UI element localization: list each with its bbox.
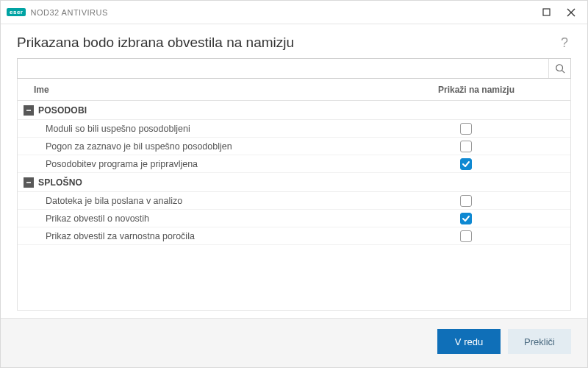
column-name: Ime [18,85,431,95]
item-row: Posodobitev programa je pripravljena [18,155,570,173]
page-title: Prikazana bodo izbrana obvestila na nami… [17,35,558,51]
item-check-cell [431,213,570,224]
group-row: POSODOBI [18,101,570,120]
group-label: SPLOŠNO [38,177,82,188]
item-row: Pogon za zaznavo je bil uspešno posodobl… [18,138,570,155]
item-label: Moduli so bili uspešno posodobljeni [18,124,431,134]
help-icon[interactable]: ? [558,35,571,51]
svg-rect-3 [26,110,31,111]
item-row: Datoteka je bila poslana v analizo [18,192,570,210]
brand: eser NOD32 ANTIVIRUS [7,8,108,17]
desktop-checkbox[interactable] [460,230,472,242]
desktop-checkbox[interactable] [460,195,472,207]
table-body: POSODOBIModuli so bili uspešno posodoblj… [18,101,570,245]
item-check-cell [431,158,570,170]
ok-button[interactable]: V redu [437,329,501,354]
item-label: Posodobitev programa je pripravljena [18,159,431,169]
item-check-cell [431,123,570,135]
search-input[interactable] [18,59,548,78]
desktop-checkbox[interactable] [460,123,472,135]
item-row: Prikaz obvestil o novostih [18,210,570,227]
svg-point-1 [556,65,562,71]
dialog-header: Prikazana bodo izbrana obvestila na nami… [1,24,587,58]
desktop-checkbox[interactable] [460,213,472,224]
table-header: Ime Prikaži na namizju [18,79,570,101]
collapse-icon[interactable] [24,177,34,188]
item-row: Prikaz obvestil za varnostna poročila [18,227,570,245]
search-icon [555,63,565,74]
item-label: Prikaz obvestil o novostih [18,213,431,224]
cancel-button[interactable]: Prekliči [508,329,571,354]
svg-rect-4 [26,182,31,183]
item-check-cell [431,230,570,242]
svg-rect-0 [543,9,550,15]
item-label: Prikaz obvestil za varnostna poročila [18,231,431,241]
item-check-cell [431,141,570,152]
notifications-table: Ime Prikaži na namizju POSODOBIModuli so… [17,79,571,311]
desktop-checkbox[interactable] [460,141,472,152]
dialog-window: eser NOD32 ANTIVIRUS Prikazana bodo izbr… [0,0,588,368]
close-button[interactable] [561,2,581,23]
desktop-checkbox[interactable] [460,158,472,170]
content-area: Ime Prikaži na namizju POSODOBIModuli so… [1,58,587,318]
window-controls [536,2,581,23]
search-button[interactable] [548,59,570,78]
maximize-button[interactable] [536,2,556,23]
dialog-footer: V redu Prekliči [1,318,587,367]
svg-line-2 [562,71,564,74]
item-check-cell [431,195,570,207]
item-label: Pogon za zaznavo je bil uspešno posodobl… [18,141,431,152]
titlebar: eser NOD32 ANTIVIRUS [1,1,587,24]
column-desktop: Prikaži na namizju [431,85,570,95]
group-label: POSODOBI [38,105,87,116]
brand-product: NOD32 ANTIVIRUS [30,8,107,17]
collapse-icon[interactable] [24,105,34,116]
brand-logo: eser [7,8,26,16]
search-bar [17,58,571,79]
item-label: Datoteka je bila poslana v analizo [18,196,431,206]
group-row: SPLOŠNO [18,173,570,192]
item-row: Moduli so bili uspešno posodobljeni [18,120,570,138]
